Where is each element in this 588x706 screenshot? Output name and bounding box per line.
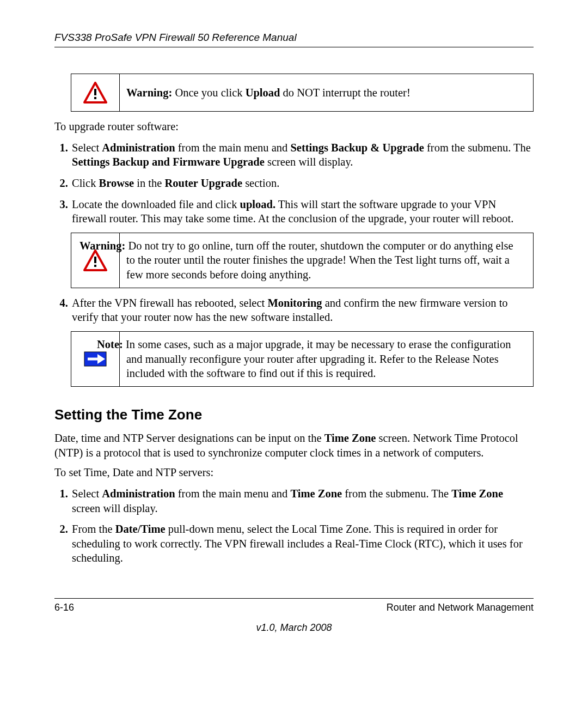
tz-step-1: Select Administration from the main menu… xyxy=(71,486,534,515)
running-header: FVS338 ProSafe VPN Firewall 50 Reference… xyxy=(54,32,534,47)
tz-paragraph: Date, time and NTP Server designations c… xyxy=(54,431,534,460)
footer-row: 6-16 Router and Network Management xyxy=(54,599,534,613)
step-2: Click Browse in the Router Upgrade secti… xyxy=(71,176,534,191)
warning-callout: Warning: Once you click Upload do NOT in… xyxy=(71,74,534,112)
note-callout: Note: In some cases, such as a major upg… xyxy=(71,331,534,387)
warning-callout: Warning: Do not try to go online, turn o… xyxy=(71,233,534,288)
step-4: After the VPN firewall has rebooted, sel… xyxy=(71,296,534,325)
step-3: Locate the downloaded file and click upl… xyxy=(71,197,534,226)
svg-rect-4 xyxy=(94,257,96,263)
section-heading-timezone: Setting the Time Zone xyxy=(54,406,534,423)
warning-icon xyxy=(71,74,120,111)
svg-rect-2 xyxy=(94,97,96,99)
footer-version: v1.0, March 2008 xyxy=(54,622,534,634)
warning-text: Warning: Once you click Upload do NOT in… xyxy=(120,80,533,106)
upgrade-steps-cont: After the VPN firewall has rebooted, sel… xyxy=(54,296,534,325)
page-content: FVS338 ProSafe VPN Firewall 50 Reference… xyxy=(0,0,588,655)
svg-rect-1 xyxy=(94,89,96,95)
warning-text: Warning: Do not try to go online, turn o… xyxy=(120,233,533,288)
svg-rect-5 xyxy=(94,265,96,267)
note-text: Note: In some cases, such as a major upg… xyxy=(120,332,533,386)
tz-steps: Select Administration from the main menu… xyxy=(54,486,534,565)
step-1: Select Administration from the main menu… xyxy=(71,141,534,169)
footer-section: Router and Network Management xyxy=(387,602,534,613)
upgrade-steps: Select Administration from the main menu… xyxy=(54,141,534,226)
tz-step-2: From the Date/Time pull-down menu, selec… xyxy=(71,522,534,565)
intro-text: To upgrade router software: xyxy=(54,119,534,134)
tz-intro: To set Time, Date and NTP servers: xyxy=(54,465,534,480)
page-number: 6-16 xyxy=(54,602,74,613)
